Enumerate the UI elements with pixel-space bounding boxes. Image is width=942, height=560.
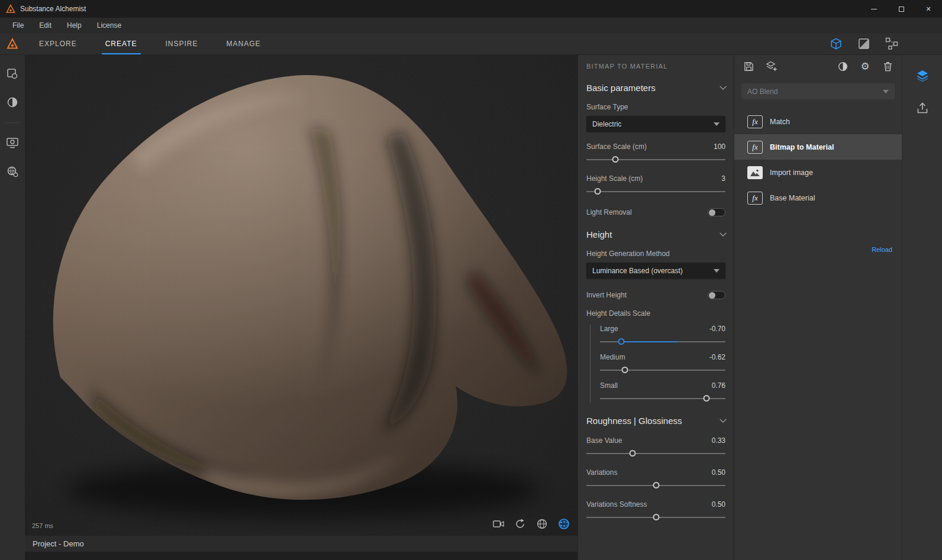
section-title: Height bbox=[586, 229, 612, 239]
small-label: Small bbox=[600, 381, 618, 390]
right-panel-strip bbox=[902, 55, 942, 560]
material-settings-gear-icon[interactable]: ⚙ bbox=[859, 60, 871, 72]
layers-panel-toggle-icon[interactable] bbox=[916, 69, 929, 85]
delete-layer-trash-icon[interactable] bbox=[882, 60, 893, 72]
fx-layer-icon: fx bbox=[747, 192, 763, 205]
reload-link[interactable]: Reload bbox=[872, 246, 892, 253]
layer-row-match[interactable]: fx Match bbox=[734, 109, 902, 134]
height-scale-value[interactable]: 3 bbox=[721, 174, 725, 183]
medium-value[interactable]: -0.62 bbox=[709, 353, 725, 361]
material-2d-view-icon[interactable] bbox=[858, 38, 870, 50]
3d-viewport[interactable]: 257 ms bbox=[25, 55, 578, 535]
layers-toolbar: ⚙ bbox=[734, 55, 902, 77]
rotate-sync-icon[interactable] bbox=[514, 517, 527, 530]
tab-create[interactable]: CREATE bbox=[91, 33, 151, 54]
large-value[interactable]: -0.70 bbox=[709, 325, 725, 333]
render-time: 257 ms bbox=[32, 522, 53, 529]
toolbar-divider bbox=[5, 122, 20, 123]
alchemist-logo-icon[interactable] bbox=[0, 38, 25, 50]
viewport-column: 257 ms Project - Dem bbox=[25, 55, 578, 560]
menu-help[interactable]: Help bbox=[59, 18, 89, 33]
maximize-button[interactable] bbox=[888, 0, 915, 18]
material-ball-panel-icon[interactable] bbox=[7, 96, 18, 108]
scene-panel-icon[interactable] bbox=[7, 68, 18, 80]
surface-type-dropdown[interactable]: Dielectric bbox=[586, 116, 725, 132]
layer-label: Match bbox=[770, 118, 790, 126]
fx-layer-icon: fx bbox=[747, 115, 763, 128]
add-layer-icon[interactable] bbox=[765, 60, 777, 72]
camera-icon[interactable] bbox=[492, 517, 505, 530]
save-icon[interactable] bbox=[743, 60, 754, 72]
render-sphere-toggle-icon[interactable] bbox=[557, 517, 570, 530]
project-title: Project - Demo bbox=[33, 539, 84, 548]
environment-globe-icon[interactable] bbox=[535, 517, 549, 530]
section-roughness-glossiness[interactable]: Roughness | Glossiness bbox=[586, 416, 725, 426]
surface-scale-value[interactable]: 100 bbox=[714, 143, 725, 151]
project-bar[interactable]: Project - Demo bbox=[25, 535, 578, 552]
height-scale-slider[interactable] bbox=[586, 187, 725, 196]
minimize-button[interactable] bbox=[860, 0, 888, 18]
layer-row-bitmap-to-material[interactable]: fx Bitmap to Material bbox=[734, 134, 902, 160]
layer-row-import-image[interactable]: Import image bbox=[734, 160, 902, 185]
environment-settings-panel-icon[interactable] bbox=[7, 166, 18, 177]
slider-handle[interactable] bbox=[622, 367, 628, 373]
layer-list: fx Match fx Bitmap to Material Import im… bbox=[734, 109, 902, 211]
section-basic-parameters[interactable]: Basic parameters bbox=[586, 83, 725, 93]
layer-row-base-material[interactable]: fx Base Material bbox=[734, 185, 902, 211]
left-toolbar bbox=[0, 55, 25, 560]
small-value[interactable]: 0.76 bbox=[712, 381, 725, 390]
menu-edit[interactable]: Edit bbox=[31, 18, 59, 33]
toggle-knob bbox=[709, 292, 715, 299]
slider-handle[interactable] bbox=[653, 514, 659, 520]
chevron-down-icon bbox=[720, 229, 726, 236]
slider-handle[interactable] bbox=[704, 395, 710, 402]
slider-handle[interactable] bbox=[629, 450, 635, 457]
medium-label: Medium bbox=[600, 353, 625, 361]
section-height[interactable]: Height bbox=[586, 229, 725, 239]
medium-slider[interactable] bbox=[600, 366, 725, 374]
ao-contrast-icon[interactable] bbox=[837, 60, 849, 72]
slider-handle[interactable] bbox=[653, 482, 659, 488]
variations-value[interactable]: 0.50 bbox=[712, 468, 725, 477]
chevron-down-icon bbox=[714, 269, 720, 273]
slider-track bbox=[600, 370, 725, 371]
node-graph-view-icon[interactable] bbox=[885, 37, 898, 50]
variations-softness-slider[interactable] bbox=[586, 513, 725, 522]
viewport-3d-view-icon[interactable] bbox=[830, 37, 843, 50]
export-panel-toggle-icon[interactable] bbox=[917, 102, 928, 116]
titlebar: Substance Alchemist ✕ bbox=[0, 0, 942, 18]
height-generation-method-dropdown[interactable]: Luminance Based (overcast) bbox=[586, 263, 725, 279]
close-button[interactable]: ✕ bbox=[915, 0, 942, 18]
main-navbar: EXPLORE CREATE INSPIRE MANAGE bbox=[0, 33, 942, 55]
variations-label: Variations bbox=[586, 468, 617, 477]
surface-scale-slider[interactable] bbox=[586, 156, 725, 164]
invert-height-label: Invert Height bbox=[586, 291, 627, 299]
tab-manage[interactable]: MANAGE bbox=[212, 33, 275, 54]
variations-softness-label: Variations Softness bbox=[586, 500, 647, 509]
tab-inspire[interactable]: INSPIRE bbox=[151, 33, 212, 54]
blend-mode-value: AO Blend bbox=[747, 88, 778, 96]
menu-file[interactable]: File bbox=[5, 18, 31, 33]
slider-handle[interactable] bbox=[612, 156, 619, 163]
slider-track bbox=[586, 159, 725, 160]
variations-slider[interactable] bbox=[586, 481, 725, 490]
slider-handle[interactable] bbox=[618, 338, 625, 345]
large-slider[interactable] bbox=[600, 338, 725, 346]
capture-panel-icon[interactable] bbox=[6, 137, 19, 149]
menu-license[interactable]: License bbox=[89, 18, 129, 33]
invert-height-toggle[interactable] bbox=[708, 291, 725, 299]
chevron-down-icon bbox=[714, 122, 720, 126]
blend-mode-dropdown: AO Blend bbox=[741, 83, 895, 99]
base-value[interactable]: 0.33 bbox=[712, 436, 725, 445]
chevron-down-icon bbox=[720, 416, 726, 422]
variations-softness-value[interactable]: 0.50 bbox=[712, 500, 725, 509]
layer-label: Bitmap to Material bbox=[770, 143, 834, 151]
tab-explore[interactable]: EXPLORE bbox=[25, 33, 91, 54]
base-value-slider[interactable] bbox=[586, 449, 725, 458]
section-title: Roughness | Glossiness bbox=[586, 416, 682, 426]
slider-handle[interactable] bbox=[594, 188, 601, 195]
layers-panel: ⚙ AO Blend fx Match fx Bitmap to Ma bbox=[734, 55, 902, 560]
parameters-panel: BITMAP TO MATERIAL Basic parameters Surf… bbox=[578, 55, 734, 560]
small-slider[interactable] bbox=[600, 394, 725, 403]
light-removal-toggle[interactable] bbox=[708, 208, 725, 216]
